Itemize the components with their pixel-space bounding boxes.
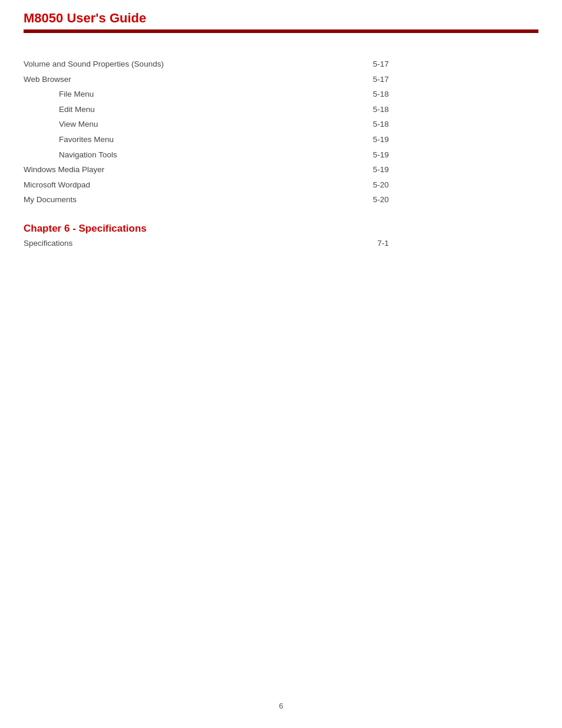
toc-row: View Menu5-18 (24, 117, 389, 132)
toc-row: Favorites Menu5-19 (24, 132, 389, 147)
toc-item-page: 5-18 (353, 87, 389, 102)
page-footer: 6 (0, 701, 562, 710)
chapter-toc-item-page: 7-1 (353, 236, 389, 251)
toc-item-page: 5-17 (353, 72, 389, 87)
toc-item-page: 5-18 (353, 117, 389, 132)
chapter-toc-table: Specifications7-1 (24, 236, 389, 251)
toc-row: Web Browser5-17 (24, 72, 389, 87)
toc-row: Volume and Sound Properties (Sounds)5-17 (24, 57, 389, 72)
chapter-toc-row: Specifications7-1 (24, 236, 389, 251)
toc-item-label: File Menu (24, 87, 353, 102)
toc-item-label: Volume and Sound Properties (Sounds) (24, 57, 353, 72)
document-title: M8050 User's Guide (24, 11, 538, 26)
toc-row: My Documents5-20 (24, 192, 389, 207)
page-number: 6 (279, 701, 283, 710)
toc-item-label: Edit Menu (24, 102, 353, 117)
toc-item-page: 5-17 (353, 57, 389, 72)
toc-item-label: Windows Media Player (24, 162, 353, 177)
toc-item-page: 5-19 (353, 147, 389, 163)
toc-item-page: 5-19 (353, 162, 389, 177)
toc-item-page: 5-20 (353, 192, 389, 207)
chapter-heading: Chapter 6 - Specifications (24, 216, 389, 236)
toc-content: Volume and Sound Properties (Sounds)5-17… (0, 39, 412, 275)
toc-item-page: 5-19 (353, 132, 389, 147)
toc-row: Navigation Tools5-19 (24, 147, 389, 163)
header-divider (24, 29, 538, 33)
toc-item-label: Microsoft Wordpad (24, 177, 353, 193)
toc-row: Edit Menu5-18 (24, 102, 389, 117)
toc-item-label: Web Browser (24, 72, 353, 87)
toc-row: File Menu5-18 (24, 87, 389, 102)
toc-item-page: 5-18 (353, 102, 389, 117)
page-header: M8050 User's Guide (0, 0, 562, 39)
toc-item-label: My Documents (24, 192, 353, 207)
toc-row: Windows Media Player5-19 (24, 162, 389, 177)
toc-table: Volume and Sound Properties (Sounds)5-17… (24, 57, 389, 207)
toc-item-label: Favorites Menu (24, 132, 353, 147)
toc-item-label: View Menu (24, 117, 353, 132)
toc-item-label: Navigation Tools (24, 147, 353, 163)
toc-row: Microsoft Wordpad5-20 (24, 177, 389, 193)
toc-item-page: 5-20 (353, 177, 389, 193)
chapter-toc-item-label: Specifications (24, 236, 353, 251)
